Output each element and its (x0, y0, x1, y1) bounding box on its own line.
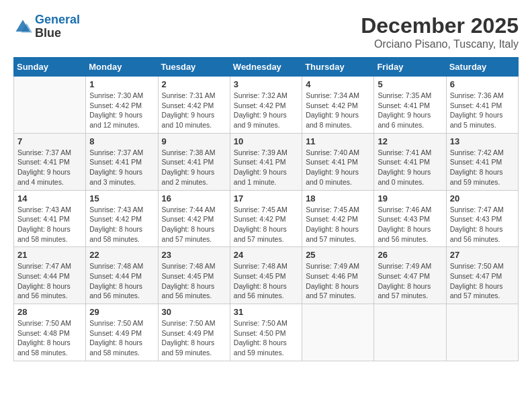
calendar-cell: 24Sunrise: 7:48 AMSunset: 4:45 PMDayligh… (230, 247, 302, 304)
calendar-cell: 9Sunrise: 7:38 AMSunset: 4:41 PMDaylight… (158, 133, 230, 190)
day-info: Sunrise: 7:49 AMSunset: 4:46 PMDaylight:… (306, 261, 370, 301)
day-number: 5 (378, 79, 442, 89)
day-info: Sunrise: 7:50 AMSunset: 4:47 PMDaylight:… (450, 261, 515, 301)
day-info: Sunrise: 7:43 AMSunset: 4:41 PMDaylight:… (17, 205, 82, 244)
calendar-cell (374, 304, 446, 361)
day-number: 9 (162, 136, 226, 146)
day-info: Sunrise: 7:48 AMSunset: 4:45 PMDaylight:… (234, 261, 298, 301)
calendar-cell: 2Sunrise: 7:31 AMSunset: 4:42 PMDaylight… (158, 77, 230, 134)
day-info: Sunrise: 7:40 AMSunset: 4:41 PMDaylight:… (306, 148, 370, 187)
day-header-wednesday: Wednesday (230, 58, 302, 77)
calendar-cell: 15Sunrise: 7:43 AMSunset: 4:42 PMDayligh… (86, 190, 158, 247)
day-header-thursday: Thursday (302, 58, 374, 77)
day-header-friday: Friday (374, 58, 446, 77)
day-number: 21 (17, 250, 82, 260)
calendar-cell (302, 304, 374, 361)
day-info: Sunrise: 7:43 AMSunset: 4:42 PMDaylight:… (89, 205, 154, 244)
day-info: Sunrise: 7:35 AMSunset: 4:41 PMDaylight:… (378, 91, 442, 130)
logo-text: GeneralBlue (35, 13, 80, 40)
day-number: 23 (162, 250, 226, 260)
calendar-cell: 31Sunrise: 7:50 AMSunset: 4:50 PMDayligh… (230, 304, 302, 361)
day-number: 16 (162, 193, 226, 203)
calendar-body: 1Sunrise: 7:30 AMSunset: 4:42 PMDaylight… (14, 77, 519, 361)
day-number: 15 (89, 193, 154, 203)
week-row-4: 21Sunrise: 7:47 AMSunset: 4:44 PMDayligh… (14, 247, 519, 304)
day-number: 4 (306, 79, 370, 89)
day-number: 11 (306, 136, 370, 146)
week-row-2: 7Sunrise: 7:37 AMSunset: 4:41 PMDaylight… (14, 133, 519, 190)
calendar-cell: 8Sunrise: 7:37 AMSunset: 4:41 PMDaylight… (86, 133, 158, 190)
day-info: Sunrise: 7:47 AMSunset: 4:43 PMDaylight:… (450, 205, 515, 244)
day-number: 31 (234, 307, 298, 317)
day-number: 12 (378, 136, 442, 146)
day-info: Sunrise: 7:50 AMSunset: 4:49 PMDaylight:… (162, 318, 226, 358)
day-number: 6 (450, 79, 515, 89)
calendar-cell: 1Sunrise: 7:30 AMSunset: 4:42 PMDaylight… (86, 77, 158, 134)
day-info: Sunrise: 7:50 AMSunset: 4:49 PMDaylight:… (89, 318, 154, 358)
day-info: Sunrise: 7:50 AMSunset: 4:48 PMDaylight:… (17, 318, 82, 358)
calendar-cell (446, 304, 518, 361)
calendar-cell: 18Sunrise: 7:45 AMSunset: 4:42 PMDayligh… (302, 190, 374, 247)
calendar-cell: 29Sunrise: 7:50 AMSunset: 4:49 PMDayligh… (86, 304, 158, 361)
calendar-cell: 14Sunrise: 7:43 AMSunset: 4:41 PMDayligh… (14, 190, 86, 247)
calendar-cell: 10Sunrise: 7:39 AMSunset: 4:41 PMDayligh… (230, 133, 302, 190)
day-number: 29 (89, 307, 154, 317)
calendar-cell: 17Sunrise: 7:45 AMSunset: 4:42 PMDayligh… (230, 190, 302, 247)
logo: GeneralBlue (13, 13, 80, 40)
day-number: 2 (162, 79, 226, 89)
day-number: 30 (162, 307, 226, 317)
calendar-cell: 13Sunrise: 7:42 AMSunset: 4:41 PMDayligh… (446, 133, 518, 190)
title-area: December 2025 Orciano Pisano, Tuscany, I… (361, 13, 519, 50)
calendar-cell: 22Sunrise: 7:48 AMSunset: 4:44 PMDayligh… (86, 247, 158, 304)
day-info: Sunrise: 7:42 AMSunset: 4:41 PMDaylight:… (450, 148, 515, 187)
day-number: 24 (234, 250, 298, 260)
calendar-cell: 26Sunrise: 7:49 AMSunset: 4:47 PMDayligh… (374, 247, 446, 304)
calendar-header: SundayMondayTuesdayWednesdayThursdayFrid… (14, 58, 519, 77)
calendar-cell: 12Sunrise: 7:41 AMSunset: 4:41 PMDayligh… (374, 133, 446, 190)
day-info: Sunrise: 7:44 AMSunset: 4:42 PMDaylight:… (162, 205, 226, 244)
day-number: 22 (89, 250, 154, 260)
day-info: Sunrise: 7:38 AMSunset: 4:41 PMDaylight:… (162, 148, 226, 187)
day-number: 25 (306, 250, 370, 260)
day-number: 28 (17, 307, 82, 317)
calendar-cell: 5Sunrise: 7:35 AMSunset: 4:41 PMDaylight… (374, 77, 446, 134)
logo-icon (13, 17, 32, 36)
day-number: 8 (89, 136, 154, 146)
day-info: Sunrise: 7:37 AMSunset: 4:41 PMDaylight:… (89, 148, 154, 187)
day-header-tuesday: Tuesday (158, 58, 230, 77)
calendar-cell: 28Sunrise: 7:50 AMSunset: 4:48 PMDayligh… (14, 304, 86, 361)
day-header-saturday: Saturday (446, 58, 518, 77)
calendar-cell: 11Sunrise: 7:40 AMSunset: 4:41 PMDayligh… (302, 133, 374, 190)
location-subtitle: Orciano Pisano, Tuscany, Italy (361, 38, 519, 50)
day-number: 26 (378, 250, 442, 260)
calendar-table: SundayMondayTuesdayWednesdayThursdayFrid… (13, 57, 519, 361)
day-number: 7 (17, 136, 82, 146)
day-number: 27 (450, 250, 515, 260)
header: GeneralBlue December 2025 Orciano Pisano… (13, 13, 519, 50)
calendar-cell: 25Sunrise: 7:49 AMSunset: 4:46 PMDayligh… (302, 247, 374, 304)
week-row-3: 14Sunrise: 7:43 AMSunset: 4:41 PMDayligh… (14, 190, 519, 247)
calendar-cell: 27Sunrise: 7:50 AMSunset: 4:47 PMDayligh… (446, 247, 518, 304)
calendar-cell: 30Sunrise: 7:50 AMSunset: 4:49 PMDayligh… (158, 304, 230, 361)
day-info: Sunrise: 7:48 AMSunset: 4:45 PMDaylight:… (162, 261, 226, 301)
day-info: Sunrise: 7:39 AMSunset: 4:41 PMDaylight:… (234, 148, 298, 187)
day-info: Sunrise: 7:41 AMSunset: 4:41 PMDaylight:… (378, 148, 442, 187)
day-info: Sunrise: 7:37 AMSunset: 4:41 PMDaylight:… (17, 148, 82, 187)
day-number: 3 (234, 79, 298, 89)
day-info: Sunrise: 7:45 AMSunset: 4:42 PMDaylight:… (234, 205, 298, 244)
day-header-monday: Monday (86, 58, 158, 77)
day-info: Sunrise: 7:50 AMSunset: 4:50 PMDaylight:… (234, 318, 298, 358)
calendar-cell: 16Sunrise: 7:44 AMSunset: 4:42 PMDayligh… (158, 190, 230, 247)
calendar-cell: 20Sunrise: 7:47 AMSunset: 4:43 PMDayligh… (446, 190, 518, 247)
day-info: Sunrise: 7:31 AMSunset: 4:42 PMDaylight:… (162, 91, 226, 130)
calendar-cell (14, 77, 86, 134)
calendar-cell: 19Sunrise: 7:46 AMSunset: 4:43 PMDayligh… (374, 190, 446, 247)
calendar-cell: 23Sunrise: 7:48 AMSunset: 4:45 PMDayligh… (158, 247, 230, 304)
day-info: Sunrise: 7:32 AMSunset: 4:42 PMDaylight:… (234, 91, 298, 130)
calendar-cell: 3Sunrise: 7:32 AMSunset: 4:42 PMDaylight… (230, 77, 302, 134)
week-row-5: 28Sunrise: 7:50 AMSunset: 4:48 PMDayligh… (14, 304, 519, 361)
day-headers-row: SundayMondayTuesdayWednesdayThursdayFrid… (14, 58, 519, 77)
calendar-cell: 4Sunrise: 7:34 AMSunset: 4:42 PMDaylight… (302, 77, 374, 134)
day-number: 19 (378, 193, 442, 203)
calendar-cell: 6Sunrise: 7:36 AMSunset: 4:41 PMDaylight… (446, 77, 518, 134)
